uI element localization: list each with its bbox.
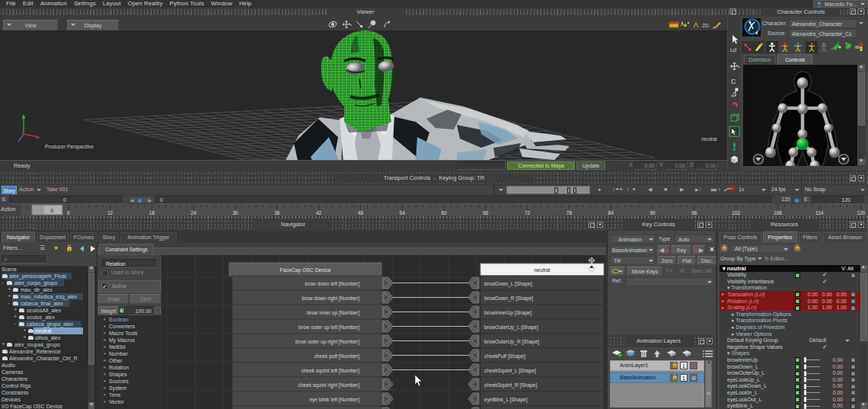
svg-text:brow inner up [Number]: brow inner up [Number] — [307, 310, 359, 316]
svg-text:↻: ↻ — [845, 42, 849, 46]
svg-text:54: 54 — [400, 210, 406, 216]
svg-text:96: 96 — [691, 210, 697, 216]
svg-text:cheek squint right [Number]: cheek squint right [Number] — [298, 382, 359, 388]
svg-text:neutral: neutral — [535, 267, 550, 273]
svg-text:eye blink left [Number]: eye blink left [Number] — [309, 397, 359, 403]
svg-text:24: 24 — [191, 210, 197, 216]
svg-text:cheekPuff [Shape]: cheekPuff [Shape] — [484, 353, 525, 359]
svg-text:18: 18 — [149, 210, 155, 216]
svg-text:108: 108 — [774, 210, 782, 216]
svg-text:browDown_R [Shape]: browDown_R [Shape] — [484, 296, 533, 302]
svg-text:cheekSquint_R [Shape]: cheekSquint_R [Shape] — [484, 382, 537, 388]
svg-text:C: C — [731, 78, 736, 85]
svg-text:90: 90 — [649, 210, 656, 216]
svg-text:FaceCap OSC Device: FaceCap OSC Device — [280, 267, 331, 273]
svg-text:brow outer up right [Number]: brow outer up right [Number] — [295, 339, 359, 345]
svg-text:84: 84 — [608, 210, 614, 216]
svg-text:browOuterUp_L [Shape]: browOuterUp_L [Shape] — [484, 324, 538, 331]
svg-text:60: 60 — [441, 210, 447, 216]
svg-text:48: 48 — [358, 210, 364, 216]
svg-text:neutral: neutral — [701, 136, 717, 142]
svg-text:Lcl: Lcl — [730, 47, 737, 53]
svg-text:browOuterUp_R [Shape]: browOuterUp_R [Shape] — [484, 339, 539, 345]
svg-text:Producer Perspective: Producer Perspective — [45, 144, 94, 150]
svg-text:12: 12 — [107, 210, 113, 216]
svg-text:cheek squint left [Number]: cheek squint left [Number] — [301, 368, 359, 374]
svg-text:eyeBlink_L [Shape]: eyeBlink_L [Shape] — [484, 397, 528, 403]
svg-text:120: 120 — [857, 210, 866, 216]
svg-text:78: 78 — [566, 210, 573, 216]
svg-text:cheekSquint_L [Shape]: cheekSquint_L [Shape] — [484, 368, 536, 374]
svg-text:66: 66 — [483, 210, 489, 216]
svg-text:72: 72 — [525, 210, 531, 216]
svg-text:0: 0 — [50, 208, 53, 213]
svg-text:6: 6 — [67, 210, 70, 216]
svg-text:brow down right [Number]: brow down right [Number] — [302, 296, 360, 302]
svg-text:30: 30 — [232, 210, 238, 216]
svg-text:cheek puff [Number]: cheek puff [Number] — [314, 353, 359, 359]
svg-text:brow outer up left [Number]: brow outer up left [Number] — [298, 324, 359, 331]
svg-text:browInnerUp [Shape]: browInnerUp [Shape] — [484, 310, 531, 316]
svg-text:brow down left [Number]: brow down left [Number] — [305, 281, 360, 287]
svg-text:102: 102 — [732, 210, 740, 216]
svg-text:2D: 2D — [702, 23, 709, 28]
svg-text:browDown_L [Shape]: browDown_L [Shape] — [484, 281, 532, 287]
svg-text:114: 114 — [815, 210, 824, 216]
svg-text:36: 36 — [274, 210, 280, 216]
svg-text:42: 42 — [316, 210, 322, 216]
